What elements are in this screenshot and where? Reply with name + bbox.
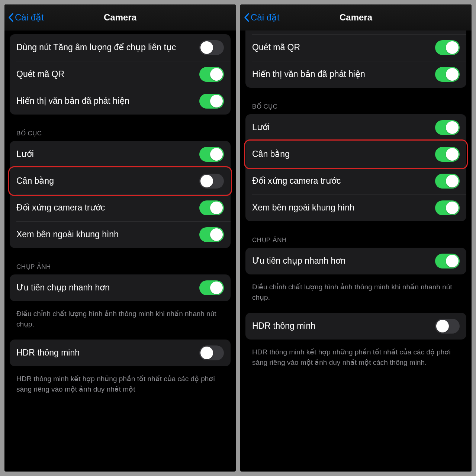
- row-label: Lưới: [16, 149, 38, 160]
- group-hdr: HDR thông minh: [10, 340, 231, 366]
- toggle-qr[interactable]: [435, 40, 460, 55]
- toggle-grid[interactable]: [199, 147, 224, 162]
- settings-content: Dùng nút Tăng âm lượng để chụp liên tục …: [240, 30, 472, 472]
- section-header-capture: CHỤP ẢNH: [245, 225, 466, 248]
- toggle-outside[interactable]: [435, 200, 460, 215]
- footer-hdr: HDR thông minh kết hợp những phần tốt nh…: [10, 370, 231, 394]
- row-text-detect[interactable]: Hiển thị văn bản đã phát hiện: [245, 61, 466, 88]
- group-top: Dùng nút Tăng âm lượng để chụp liên tục …: [10, 34, 231, 115]
- row-label: HDR thông minh: [252, 321, 320, 332]
- row-label: Cân bằng: [16, 176, 58, 187]
- row-faster[interactable]: Ưu tiên chụp nhanh hơn: [245, 248, 466, 274]
- row-label: Đối xứng camera trước: [16, 202, 109, 213]
- row-label: Hiển thị văn bản đã phát hiện: [252, 69, 370, 80]
- row-label: Cân bằng: [252, 149, 294, 160]
- toggle-level[interactable]: [435, 147, 460, 162]
- toggle-hdr[interactable]: [435, 319, 460, 334]
- row-outside[interactable]: Xem bên ngoài khung hình: [10, 221, 231, 248]
- row-burst[interactable]: Dùng nút Tăng âm lượng để chụp liên tục: [10, 34, 231, 61]
- screenshot-right: Cài đặt Camera Dùng nút Tăng âm lượng để…: [240, 4, 472, 472]
- row-label: Quét mã QR: [252, 42, 305, 53]
- row-label: Quét mã QR: [16, 69, 69, 80]
- row-label: Dùng nút Tăng âm lượng để chụp liên tục: [16, 42, 180, 53]
- row-burst[interactable]: Dùng nút Tăng âm lượng để chụp liên tục: [245, 30, 466, 34]
- toggle-faster[interactable]: [199, 280, 224, 295]
- navbar: Cài đặt Camera: [240, 4, 472, 30]
- screenshot-left: Cài đặt Camera Dùng nút Tăng âm lượng để…: [4, 4, 236, 472]
- row-label: HDR thông minh: [16, 347, 84, 358]
- back-button[interactable]: Cài đặt: [8, 12, 44, 23]
- back-label: Cài đặt: [15, 12, 44, 23]
- row-label: Đối xứng camera trước: [252, 176, 345, 187]
- row-text-detect[interactable]: Hiển thị văn bản đã phát hiện: [10, 88, 231, 115]
- section-header-capture: CHỤP ẢNH: [10, 252, 231, 274]
- toggle-burst[interactable]: [199, 40, 224, 55]
- toggle-mirror[interactable]: [199, 200, 224, 215]
- row-level[interactable]: Cân bằng: [10, 168, 231, 194]
- toggle-faster[interactable]: [435, 254, 460, 268]
- toggle-level[interactable]: [199, 174, 224, 189]
- toggle-text-detect[interactable]: [199, 94, 224, 109]
- row-label: Hiển thị văn bản đã phát hiện: [16, 96, 134, 107]
- toggle-text-detect[interactable]: [435, 67, 460, 82]
- row-hdr[interactable]: HDR thông minh: [10, 340, 231, 366]
- row-label: Xem bên ngoài khung hình: [252, 202, 359, 213]
- row-outside[interactable]: Xem bên ngoài khung hình: [245, 194, 466, 221]
- group-hdr: HDR thông minh: [245, 313, 466, 340]
- row-grid[interactable]: Lưới: [10, 141, 231, 168]
- group-top: Dùng nút Tăng âm lượng để chụp liên tục …: [245, 30, 466, 88]
- row-label: Lưới: [252, 122, 274, 133]
- group-capture: Ưu tiên chụp nhanh hơn: [245, 248, 466, 274]
- toggle-grid[interactable]: [435, 120, 460, 135]
- row-qr[interactable]: Quét mã QR: [245, 34, 466, 61]
- group-layout: Lưới Cân bằng Đối xứng camera trước Xem …: [245, 114, 466, 221]
- row-label: Ưu tiên chụp nhanh hơn: [16, 282, 114, 293]
- row-label: Ưu tiên chụp nhanh hơn: [252, 255, 350, 267]
- footer-faster: Điều chỉnh chất lượng hình ảnh thông min…: [10, 305, 231, 340]
- navbar: Cài đặt Camera: [4, 4, 236, 30]
- group-capture: Ưu tiên chụp nhanh hơn: [10, 274, 231, 301]
- settings-content: Dùng nút Tăng âm lượng để chụp liên tục …: [4, 30, 236, 472]
- row-faster[interactable]: Ưu tiên chụp nhanh hơn: [10, 274, 231, 301]
- footer-hdr: HDR thông minh kết hợp những phần tốt nh…: [245, 343, 466, 378]
- row-qr[interactable]: Quét mã QR: [10, 61, 231, 88]
- toggle-mirror[interactable]: [435, 174, 460, 189]
- back-label: Cài đặt: [251, 12, 280, 23]
- row-hdr[interactable]: HDR thông minh: [245, 313, 466, 340]
- back-button[interactable]: Cài đặt: [244, 12, 280, 23]
- row-label: Xem bên ngoài khung hình: [16, 229, 123, 240]
- row-mirror[interactable]: Đối xứng camera trước: [10, 194, 231, 221]
- toggle-qr[interactable]: [199, 67, 224, 82]
- row-level[interactable]: Cân bằng: [245, 141, 466, 168]
- section-header-layout: BỐ CỤC: [10, 118, 231, 141]
- row-grid[interactable]: Lưới: [245, 114, 466, 141]
- footer-faster: Điều chỉnh chất lượng hình ảnh thông min…: [245, 278, 466, 313]
- group-layout: Lưới Cân bằng Đối xứng camera trước Xem …: [10, 141, 231, 248]
- row-mirror[interactable]: Đối xứng camera trước: [245, 168, 466, 194]
- chevron-left-icon: [8, 13, 13, 22]
- toggle-hdr[interactable]: [199, 345, 224, 360]
- chevron-left-icon: [244, 13, 249, 22]
- section-header-layout: BỐ CỤC: [245, 91, 466, 114]
- toggle-outside[interactable]: [199, 227, 224, 242]
